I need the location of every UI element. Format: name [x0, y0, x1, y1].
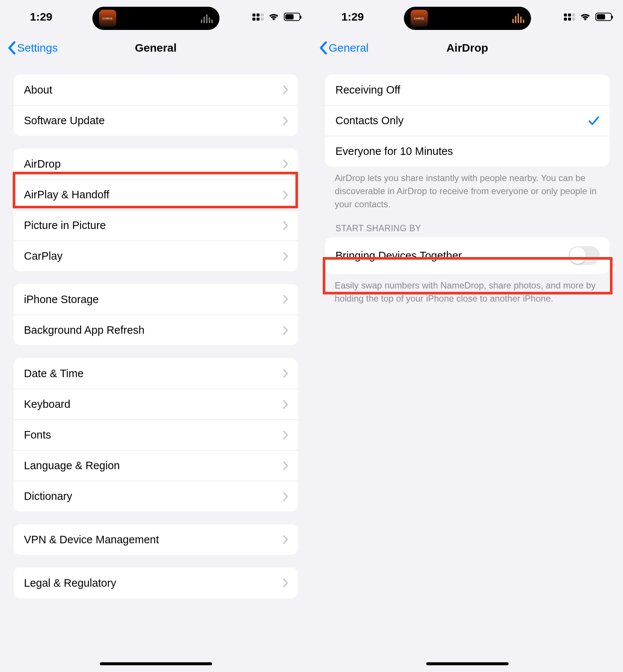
- toggle-footer: Easily swap numbers with NameDrop, share…: [325, 274, 610, 305]
- row-picture-in-picture[interactable]: Picture in Picture: [13, 210, 298, 241]
- audio-waveform-icon: [201, 13, 213, 23]
- row-label: Software Update: [24, 114, 105, 127]
- group-airdrop: AirDrop AirPlay & Handoff Picture in Pic…: [13, 149, 298, 271]
- row-label: About: [24, 84, 52, 96]
- row-label: Dictionary: [24, 490, 72, 503]
- audio-waveform-icon: [512, 13, 524, 23]
- row-label: VPN & Device Management: [24, 534, 159, 546]
- row-carplay[interactable]: CarPlay: [13, 241, 298, 271]
- row-vpn-device-management[interactable]: VPN & Device Management: [13, 524, 298, 555]
- dynamic-island[interactable]: CHRIS: [404, 7, 531, 30]
- row-label: Bringing Devices Together: [335, 250, 462, 262]
- row-background-app-refresh[interactable]: Background App Refresh: [13, 315, 298, 345]
- now-playing-artwork: CHRIS: [99, 10, 116, 27]
- status-time: 1:29: [326, 10, 379, 23]
- chevron-right-icon: [283, 190, 288, 199]
- chevron-right-icon: [283, 326, 288, 335]
- home-indicator[interactable]: [100, 662, 212, 665]
- chevron-left-icon: [7, 41, 16, 55]
- row-label: Picture in Picture: [24, 219, 106, 232]
- row-label: Background App Refresh: [24, 324, 144, 336]
- chevron-left-icon: [319, 41, 327, 55]
- chevron-right-icon: [283, 221, 288, 230]
- row-label: Keyboard: [24, 398, 70, 410]
- group-legal: Legal & Regulatory: [13, 568, 298, 598]
- row-label: Language & Region: [24, 459, 120, 472]
- content: About Software Update AirDrop AirPlay & …: [0, 74, 312, 598]
- row-label: iPhone Storage: [24, 293, 99, 306]
- checkmark-icon: [588, 115, 600, 127]
- battery-icon: [284, 13, 300, 21]
- row-bringing-devices-together[interactable]: Bringing Devices Together: [325, 237, 610, 274]
- chevron-right-icon: [283, 295, 288, 304]
- chevron-right-icon: [283, 535, 288, 544]
- chevron-right-icon: [283, 400, 288, 409]
- cellular-signal-icon: [564, 13, 575, 21]
- chevron-right-icon: [283, 431, 288, 440]
- back-label: Settings: [17, 42, 58, 54]
- back-label: General: [329, 42, 369, 54]
- chevron-right-icon: [283, 461, 288, 470]
- row-airdrop[interactable]: AirDrop: [13, 149, 298, 179]
- now-playing-artwork: CHRIS: [411, 10, 428, 27]
- chevron-right-icon: [283, 369, 288, 378]
- row-language-region[interactable]: Language & Region: [13, 450, 298, 481]
- back-button[interactable]: General: [319, 41, 369, 55]
- section-header-start-sharing: START SHARING BY: [325, 211, 610, 237]
- option-receiving-off[interactable]: Receiving Off: [325, 74, 610, 105]
- home-indicator[interactable]: [426, 662, 509, 665]
- option-contacts-only[interactable]: Contacts Only: [325, 105, 610, 136]
- chevron-right-icon: [283, 159, 288, 168]
- row-legal-regulatory[interactable]: Legal & Regulatory: [13, 568, 298, 598]
- row-iphone-storage[interactable]: iPhone Storage: [13, 284, 298, 315]
- chevron-right-icon: [283, 85, 288, 94]
- row-label: AirPlay & Handoff: [24, 189, 109, 201]
- status-right: [252, 0, 300, 34]
- row-about[interactable]: About: [13, 74, 298, 105]
- row-keyboard[interactable]: Keyboard: [13, 389, 298, 419]
- row-label: Receiving Off: [335, 84, 400, 96]
- group-bringing-devices: Bringing Devices Together: [325, 237, 610, 274]
- group-storage: iPhone Storage Background App Refresh: [13, 284, 298, 345]
- nav-bar: General AirDrop: [312, 34, 623, 62]
- row-label: Date & Time: [24, 367, 84, 380]
- group-receiving-options: Receiving Off Contacts Only Everyone for…: [325, 74, 610, 167]
- row-label: Contacts Only: [335, 114, 403, 127]
- wifi-icon: [580, 13, 591, 21]
- row-label: Everyone for 10 Minutes: [335, 145, 453, 158]
- row-label: Legal & Regulatory: [24, 577, 116, 589]
- row-label: Fonts: [24, 429, 51, 441]
- row-label: CarPlay: [24, 250, 62, 262]
- status-bar: 1:29 CHRIS: [312, 0, 623, 34]
- wifi-icon: [268, 13, 279, 21]
- battery-icon: [595, 13, 612, 21]
- options-footer: AirDrop lets you share instantly with pe…: [325, 167, 610, 211]
- back-button[interactable]: Settings: [7, 41, 58, 55]
- chevron-right-icon: [283, 492, 288, 501]
- row-date-time[interactable]: Date & Time: [13, 358, 298, 389]
- group-date-keyboard: Date & Time Keyboard Fonts Language & Re…: [13, 358, 298, 511]
- chevron-right-icon: [283, 578, 288, 587]
- nav-bar: Settings General: [0, 34, 312, 62]
- group-about: About Software Update: [13, 74, 298, 136]
- status-time: 1:29: [15, 10, 67, 23]
- option-everyone-10min[interactable]: Everyone for 10 Minutes: [325, 136, 610, 167]
- row-airplay-handoff[interactable]: AirPlay & Handoff: [13, 179, 298, 210]
- row-label: AirDrop: [24, 158, 61, 170]
- chevron-right-icon: [283, 252, 288, 261]
- phone-general-settings: 1:29 CHRIS Settings General: [0, 0, 312, 672]
- status-bar: 1:29 CHRIS: [0, 0, 312, 34]
- row-dictionary[interactable]: Dictionary: [13, 481, 298, 511]
- row-fonts[interactable]: Fonts: [13, 419, 298, 450]
- content: Receiving Off Contacts Only Everyone for…: [312, 74, 623, 305]
- status-right: [564, 0, 612, 34]
- row-software-update[interactable]: Software Update: [13, 105, 298, 136]
- group-vpn: VPN & Device Management: [13, 524, 298, 555]
- cellular-signal-icon: [252, 13, 264, 21]
- dynamic-island[interactable]: CHRIS: [92, 7, 220, 30]
- toggle-knob: [570, 247, 586, 264]
- toggle-bringing-devices[interactable]: [568, 246, 600, 265]
- chevron-right-icon: [283, 116, 288, 125]
- phone-airdrop-settings: 1:29 CHRIS General AirDrop: [312, 0, 623, 672]
